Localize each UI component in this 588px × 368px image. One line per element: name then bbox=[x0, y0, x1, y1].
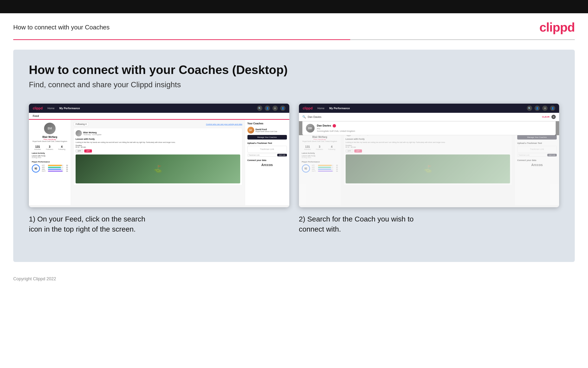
post-body: Looking to feel like my hands are exitin… bbox=[76, 141, 240, 144]
search-result-avatar: DD bbox=[306, 124, 315, 133]
search-result-sub2: Sunningdale Golf Club, United Kingdom bbox=[317, 130, 355, 132]
app-nav-2: clippd Home My Performance 🔍 👤 ⚙ 👤 bbox=[299, 104, 559, 113]
post-header: Blair McHarg Yesterday · Sunningdale bbox=[76, 130, 240, 136]
player-perf: Player Performance 92 OTT 90 bbox=[32, 161, 68, 173]
add-link-button[interactable]: Add Link bbox=[277, 154, 287, 156]
search-result-sub1: Pro bbox=[317, 128, 355, 130]
coach-name: David Ford bbox=[256, 128, 287, 131]
verified-badge bbox=[333, 124, 336, 128]
coach-avatar: DF bbox=[247, 127, 254, 134]
post-card: Blair McHarg Yesterday · Sunningdale Les… bbox=[73, 128, 242, 185]
settings-icon-2[interactable]: ⚙ bbox=[542, 106, 548, 111]
latest-activity-desc: Lesson with Fordy bbox=[32, 155, 68, 157]
nav-logo: clippd bbox=[33, 106, 43, 110]
search-result-item[interactable]: DD Dan Davies Pro Sunningdale Golf Club,… bbox=[303, 121, 556, 135]
main-content: How to connect with your Coaches (Deskto… bbox=[13, 50, 575, 262]
header: How to connect with your Coaches clippd bbox=[0, 13, 588, 39]
app-nav-1: clippd Home My Performance 🔍 👤 ⚙ 👤 bbox=[29, 104, 289, 113]
player-perf-2: Player Performance 92 OTT 90 bbox=[302, 161, 338, 173]
page-title: How to connect with your Coaches bbox=[13, 24, 110, 31]
post-image: ⛳ bbox=[76, 155, 240, 184]
app-middle-panel: Following ▾ Control who can see your act… bbox=[71, 120, 245, 205]
profile-name: Blair McHarg bbox=[32, 136, 68, 138]
trackman-placeholder: Trackman Link bbox=[247, 146, 287, 153]
search-overlay: 🔍 Dan Davies CLEAR ✕ DD Dan Davies bbox=[299, 113, 559, 135]
app-body-1: BM Blair McHarg Plus Handicap Royal Nort… bbox=[29, 120, 289, 205]
post-avatar bbox=[76, 130, 82, 136]
panel-1: clippd Home My Performance 🔍 👤 ⚙ 👤 Feed bbox=[29, 104, 289, 234]
app-screenshot-1: clippd Home My Performance 🔍 👤 ⚙ 👤 Feed bbox=[29, 104, 289, 207]
post-duration: Duration01 hr : 30 min bbox=[76, 145, 240, 148]
stat-followers-num: 3 bbox=[46, 145, 53, 148]
close-button[interactable]: ✕ bbox=[551, 115, 556, 119]
copyright: Copyright Clippd 2022 bbox=[13, 276, 56, 281]
post-author-meta: Yesterday · Sunningdale bbox=[83, 134, 102, 135]
panel-2: clippd Home My Performance 🔍 👤 ⚙ 👤 🔍 Dan… bbox=[299, 104, 559, 234]
control-link[interactable]: Control who can see your activity and da… bbox=[206, 123, 242, 125]
app-btn[interactable]: APP bbox=[84, 149, 92, 153]
latest-activity-title: Latest Activity bbox=[32, 152, 68, 154]
trackman-input[interactable]: Trackman Link bbox=[247, 154, 277, 157]
app-left-panel: BM Blair McHarg Plus Handicap Royal Nort… bbox=[29, 120, 71, 205]
clear-button[interactable]: CLEAR bbox=[542, 116, 550, 118]
nav-icons-2: 🔍 👤 ⚙ 👤 bbox=[527, 106, 555, 111]
manage-coaches-button-2: Manage Your Coaches bbox=[517, 135, 557, 139]
post-author-name: Blair McHarg bbox=[83, 131, 102, 134]
avatar-icon[interactable]: 👤 bbox=[280, 106, 285, 111]
tpq-row: 92 OTT 90 APP bbox=[32, 164, 68, 173]
search-icon-2[interactable]: 🔍 bbox=[527, 106, 532, 111]
following-button[interactable]: Following ▾ bbox=[73, 122, 89, 126]
top-bar bbox=[0, 0, 588, 13]
main-subtitle: Find, connect and share your Clippd insi… bbox=[29, 80, 559, 89]
avatar-icon-2[interactable]: 👤 bbox=[550, 106, 555, 111]
player-perf-title: Player Performance bbox=[32, 161, 68, 163]
tpq-circle: 92 bbox=[32, 164, 40, 173]
coach-item: DF David Ford Royal North Devon Golf Clu… bbox=[247, 127, 287, 134]
stats-row-2: 131 Activities 3 Followers 4 Following bbox=[302, 145, 338, 150]
tpq-bar-arg: ARG 86 bbox=[42, 168, 68, 170]
following-row: Following ▾ Control who can see your act… bbox=[73, 122, 242, 126]
upload-title: Upload a Trackman Test bbox=[247, 142, 287, 144]
stats-row: 131 Activities 3 Followers 4 Following bbox=[32, 145, 68, 150]
app-right-panel: Your Coaches DF David Ford Royal North D… bbox=[245, 120, 289, 205]
search-results: DD Dan Davies Pro Sunningdale Golf Club,… bbox=[302, 121, 556, 135]
coach-club: Royal North Devon Golf Club bbox=[256, 131, 287, 132]
connect-section: Connect your data Arccos bbox=[247, 159, 287, 167]
user-icon-2[interactable]: 👤 bbox=[535, 106, 540, 111]
trackman-row: Trackman Link Add Link bbox=[247, 154, 287, 157]
app-screenshot-2: clippd Home My Performance 🔍 👤 ⚙ 👤 🔍 Dan… bbox=[299, 104, 559, 207]
search-icon[interactable]: 🔍 bbox=[257, 106, 262, 111]
profile-handicap: Plus Handicap bbox=[32, 138, 68, 140]
caption-2: 2) Search for the Coach you wish to conn… bbox=[299, 214, 559, 234]
header-divider bbox=[13, 39, 575, 40]
nav-my-performance-2: My Performance bbox=[329, 107, 350, 110]
upload-section: Upload a Trackman Test Trackman Link Tra… bbox=[247, 142, 287, 157]
manage-coaches-button[interactable]: Manage Your Coaches bbox=[247, 135, 287, 139]
search-input[interactable]: Dan Davies bbox=[308, 115, 540, 118]
settings-icon[interactable]: ⚙ bbox=[272, 106, 278, 111]
latest-activity-date: 03 Aug 2022 bbox=[32, 157, 68, 158]
stat-followers: 3 Followers bbox=[46, 145, 53, 150]
caption-1: 1) On your Feed, click on the search ico… bbox=[29, 214, 289, 234]
tpq-bars: OTT 90 APP 85 bbox=[42, 165, 68, 172]
nav-logo-2: clippd bbox=[303, 106, 313, 110]
nav-home: Home bbox=[47, 107, 54, 110]
profile-handicap-2: Plus Handicap bbox=[302, 138, 338, 140]
profile-section: BM Blair McHarg Plus Handicap Royal Nort… bbox=[32, 123, 68, 142]
nav-home-2: Home bbox=[317, 107, 325, 110]
screenshots-row: clippd Home My Performance 🔍 👤 ⚙ 👤 Feed bbox=[29, 104, 559, 234]
stat-following-label: Following bbox=[58, 148, 65, 150]
footer: Copyright Clippd 2022 bbox=[0, 272, 588, 286]
search-result-info: Dan Davies Pro Sunningdale Golf Club, Un… bbox=[317, 124, 355, 132]
ott-btn[interactable]: OTT bbox=[76, 149, 83, 153]
clippd-logo: clippd bbox=[539, 20, 575, 35]
avatar: BM bbox=[44, 123, 56, 134]
user-icon[interactable]: 👤 bbox=[265, 106, 270, 111]
stat-followers-label: Followers bbox=[46, 148, 53, 150]
feed-tab[interactable]: Feed bbox=[29, 113, 289, 120]
connect-title: Connect your data bbox=[247, 159, 287, 161]
stat-activities: 131 Activities bbox=[34, 145, 41, 150]
tpq-bar-ott: OTT 90 bbox=[42, 165, 68, 166]
latest-activity-2: Latest Activity Lesson with Fordy 03 Aug… bbox=[302, 152, 338, 158]
stat-activities-label: Activities bbox=[34, 148, 41, 150]
